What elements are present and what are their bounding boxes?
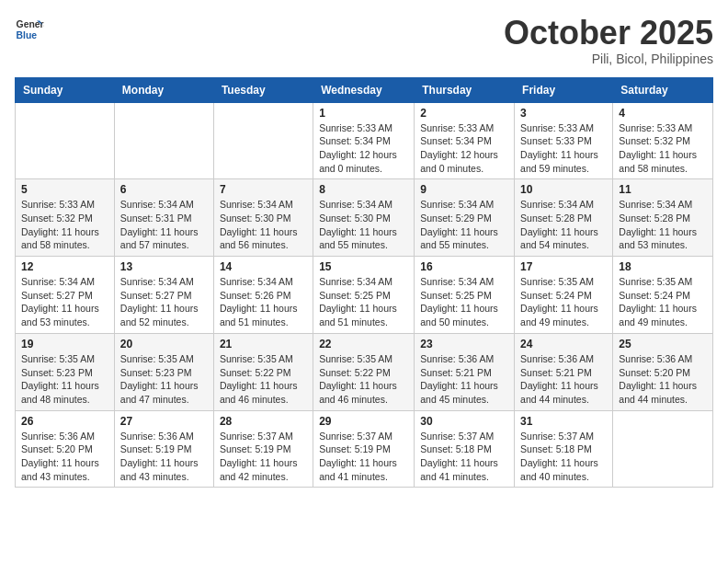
day-number: 27 (120, 415, 208, 428)
day-number: 21 (220, 338, 307, 350)
calendar-cell: 17Sunrise: 5:35 AM Sunset: 5:24 PM Dayli… (515, 257, 613, 334)
calendar-cell: 26Sunrise: 5:36 AM Sunset: 5:20 PM Dayli… (16, 410, 115, 488)
calendar-week-5: 26Sunrise: 5:36 AM Sunset: 5:20 PM Dayli… (16, 410, 713, 488)
day-number: 10 (520, 183, 607, 196)
calendar-cell: 11Sunrise: 5:34 AM Sunset: 5:28 PM Dayli… (613, 179, 713, 257)
day-info: Sunrise: 5:33 AM Sunset: 5:32 PM Dayligh… (619, 121, 707, 176)
day-info: Sunrise: 5:36 AM Sunset: 5:20 PM Dayligh… (21, 430, 108, 484)
calendar-cell: 13Sunrise: 5:34 AM Sunset: 5:27 PM Dayli… (114, 257, 213, 334)
day-info: Sunrise: 5:34 AM Sunset: 5:31 PM Dayligh… (120, 198, 208, 252)
day-info: Sunrise: 5:36 AM Sunset: 5:20 PM Dayligh… (619, 352, 707, 407)
day-number: 18 (619, 260, 707, 273)
calendar-cell: 2Sunrise: 5:33 AM Sunset: 5:34 PM Daylig… (415, 102, 515, 179)
logo: General Blue (15, 15, 44, 44)
day-info: Sunrise: 5:35 AM Sunset: 5:22 PM Dayligh… (319, 352, 408, 407)
calendar-week-1: 1Sunrise: 5:33 AM Sunset: 5:34 PM Daylig… (16, 102, 713, 179)
day-info: Sunrise: 5:37 AM Sunset: 5:19 PM Dayligh… (220, 430, 307, 484)
calendar-cell (213, 102, 313, 179)
day-info: Sunrise: 5:34 AM Sunset: 5:29 PM Dayligh… (420, 198, 508, 252)
calendar-cell: 5Sunrise: 5:33 AM Sunset: 5:32 PM Daylig… (16, 179, 115, 257)
day-number: 17 (520, 260, 607, 273)
calendar-cell: 14Sunrise: 5:34 AM Sunset: 5:26 PM Dayli… (213, 257, 313, 334)
day-info: Sunrise: 5:35 AM Sunset: 5:24 PM Dayligh… (619, 275, 707, 329)
day-number: 3 (520, 107, 607, 120)
day-number: 6 (120, 183, 208, 196)
calendar-cell: 6Sunrise: 5:34 AM Sunset: 5:31 PM Daylig… (114, 179, 213, 257)
title-block: October 2025 Pili, Bicol, Philippines (504, 15, 713, 66)
calendar-header-row: Sunday Monday Tuesday Wednesday Thursday… (16, 77, 713, 102)
day-info: Sunrise: 5:34 AM Sunset: 5:30 PM Dayligh… (319, 198, 408, 252)
calendar-cell: 28Sunrise: 5:37 AM Sunset: 5:19 PM Dayli… (213, 410, 313, 488)
day-number: 23 (420, 338, 508, 350)
calendar-week-3: 12Sunrise: 5:34 AM Sunset: 5:27 PM Dayli… (16, 257, 713, 334)
day-number: 12 (21, 260, 108, 273)
day-info: Sunrise: 5:35 AM Sunset: 5:24 PM Dayligh… (520, 275, 607, 329)
day-info: Sunrise: 5:37 AM Sunset: 5:18 PM Dayligh… (520, 430, 607, 484)
calendar-table: Sunday Monday Tuesday Wednesday Thursday… (15, 77, 713, 488)
month-title: October 2025 (504, 15, 713, 52)
calendar-cell: 4Sunrise: 5:33 AM Sunset: 5:32 PM Daylig… (613, 102, 713, 179)
day-info: Sunrise: 5:37 AM Sunset: 5:18 PM Dayligh… (420, 430, 508, 484)
header-monday: Monday (114, 77, 213, 102)
header-friday: Friday (515, 77, 613, 102)
day-number: 4 (619, 107, 707, 120)
calendar-cell: 20Sunrise: 5:35 AM Sunset: 5:23 PM Dayli… (114, 333, 213, 410)
calendar-cell: 9Sunrise: 5:34 AM Sunset: 5:29 PM Daylig… (415, 179, 515, 257)
day-info: Sunrise: 5:35 AM Sunset: 5:23 PM Dayligh… (120, 352, 208, 407)
day-info: Sunrise: 5:33 AM Sunset: 5:32 PM Dayligh… (21, 198, 108, 252)
header-tuesday: Tuesday (213, 77, 313, 102)
calendar-cell: 7Sunrise: 5:34 AM Sunset: 5:30 PM Daylig… (213, 179, 313, 257)
day-number: 5 (21, 183, 108, 196)
day-info: Sunrise: 5:34 AM Sunset: 5:25 PM Dayligh… (420, 275, 508, 329)
day-info: Sunrise: 5:34 AM Sunset: 5:30 PM Dayligh… (220, 198, 307, 252)
day-number: 8 (319, 183, 408, 196)
day-number: 20 (120, 338, 208, 350)
day-number: 2 (420, 107, 508, 120)
calendar-cell: 19Sunrise: 5:35 AM Sunset: 5:23 PM Dayli… (16, 333, 115, 410)
day-number: 31 (520, 415, 607, 428)
header-saturday: Saturday (613, 77, 713, 102)
calendar-cell: 3Sunrise: 5:33 AM Sunset: 5:33 PM Daylig… (515, 102, 613, 179)
day-info: Sunrise: 5:37 AM Sunset: 5:19 PM Dayligh… (319, 430, 408, 484)
day-number: 28 (220, 415, 307, 428)
day-info: Sunrise: 5:34 AM Sunset: 5:28 PM Dayligh… (619, 198, 707, 252)
calendar-cell: 30Sunrise: 5:37 AM Sunset: 5:18 PM Dayli… (415, 410, 515, 488)
calendar-cell: 21Sunrise: 5:35 AM Sunset: 5:22 PM Dayli… (213, 333, 313, 410)
header-thursday: Thursday (415, 77, 515, 102)
calendar-week-4: 19Sunrise: 5:35 AM Sunset: 5:23 PM Dayli… (16, 333, 713, 410)
day-number: 19 (21, 338, 108, 350)
day-number: 24 (520, 338, 607, 350)
day-number: 25 (619, 338, 707, 350)
day-info: Sunrise: 5:36 AM Sunset: 5:21 PM Dayligh… (420, 352, 508, 407)
calendar-cell: 31Sunrise: 5:37 AM Sunset: 5:18 PM Dayli… (515, 410, 613, 488)
day-number: 7 (220, 183, 307, 196)
calendar-cell: 10Sunrise: 5:34 AM Sunset: 5:28 PM Dayli… (515, 179, 613, 257)
day-number: 26 (21, 415, 108, 428)
logo-icon: General Blue (15, 15, 44, 44)
day-info: Sunrise: 5:33 AM Sunset: 5:34 PM Dayligh… (420, 121, 508, 176)
day-number: 29 (319, 415, 408, 428)
day-info: Sunrise: 5:35 AM Sunset: 5:22 PM Dayligh… (220, 352, 307, 407)
calendar-cell: 15Sunrise: 5:34 AM Sunset: 5:25 PM Dayli… (313, 257, 415, 334)
day-number: 1 (319, 107, 408, 120)
day-info: Sunrise: 5:34 AM Sunset: 5:26 PM Dayligh… (220, 275, 307, 329)
day-info: Sunrise: 5:33 AM Sunset: 5:33 PM Dayligh… (520, 121, 607, 176)
location: Pili, Bicol, Philippines (504, 52, 713, 66)
day-info: Sunrise: 5:34 AM Sunset: 5:27 PM Dayligh… (21, 275, 108, 329)
day-info: Sunrise: 5:35 AM Sunset: 5:23 PM Dayligh… (21, 352, 108, 407)
calendar-cell: 27Sunrise: 5:36 AM Sunset: 5:19 PM Dayli… (114, 410, 213, 488)
calendar-cell (114, 102, 213, 179)
calendar-cell: 23Sunrise: 5:36 AM Sunset: 5:21 PM Dayli… (415, 333, 515, 410)
calendar-cell: 12Sunrise: 5:34 AM Sunset: 5:27 PM Dayli… (16, 257, 115, 334)
day-number: 15 (319, 260, 408, 273)
day-number: 14 (220, 260, 307, 273)
day-number: 13 (120, 260, 208, 273)
day-number: 11 (619, 183, 707, 196)
calendar-cell: 24Sunrise: 5:36 AM Sunset: 5:21 PM Dayli… (515, 333, 613, 410)
day-number: 16 (420, 260, 508, 273)
day-info: Sunrise: 5:34 AM Sunset: 5:25 PM Dayligh… (319, 275, 408, 329)
calendar-cell: 8Sunrise: 5:34 AM Sunset: 5:30 PM Daylig… (313, 179, 415, 257)
day-info: Sunrise: 5:33 AM Sunset: 5:34 PM Dayligh… (319, 121, 408, 176)
day-number: 30 (420, 415, 508, 428)
svg-text:Blue: Blue (17, 30, 38, 40)
